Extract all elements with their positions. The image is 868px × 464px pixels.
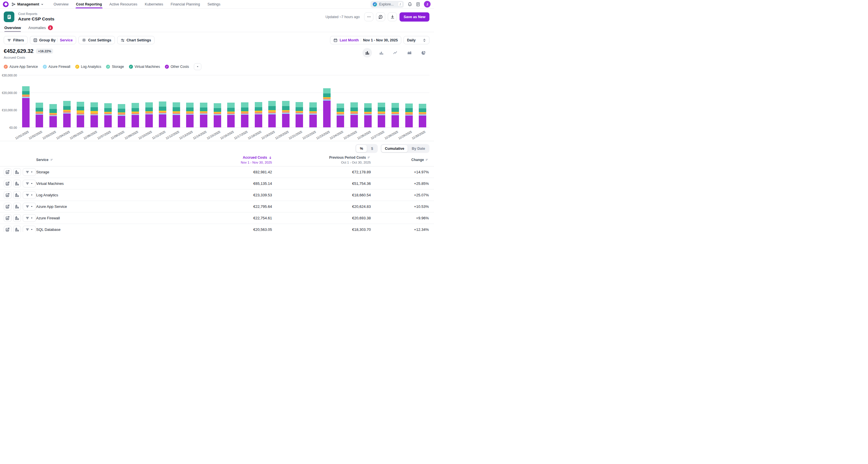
by-date-toggle-button[interactable]: By Date <box>408 145 429 152</box>
table-row[interactable]: SQL Database €20,563.05 €18,303.70 +12.3… <box>0 224 434 232</box>
chart-bar[interactable] <box>104 103 112 127</box>
chart-bar[interactable] <box>364 103 372 127</box>
row-filter-dropdown-button[interactable] <box>23 226 36 232</box>
bar-segment[interactable] <box>118 116 125 127</box>
app-logo[interactable] <box>3 1 9 7</box>
table-row[interactable]: Azure Firewall €22,754.61 €20,693.38 +9.… <box>0 212 434 224</box>
row-filter-dropdown-button[interactable] <box>23 168 36 176</box>
explore-search[interactable]: Explore... / <box>371 1 404 8</box>
chart-bar[interactable] <box>77 102 84 127</box>
nav-link-active-resources[interactable]: Active Resources <box>110 0 137 8</box>
bar-segment[interactable] <box>405 104 413 108</box>
bar-segment[interactable] <box>50 109 57 113</box>
bar-segment[interactable] <box>241 108 248 111</box>
legend-item-azure-app-service[interactable]: Azure App Service <box>4 65 38 69</box>
bar-segment[interactable] <box>227 103 235 108</box>
chart-bar[interactable] <box>241 103 248 127</box>
table-row[interactable]: Virtual Machines €65,135.14 €51,754.36 +… <box>0 178 434 190</box>
bar-segment[interactable] <box>268 114 276 128</box>
save-as-new-button[interactable]: Save as New <box>400 12 429 22</box>
row-filter-dropdown-button[interactable] <box>23 191 36 199</box>
bar-segment[interactable] <box>364 108 372 112</box>
legend-item-other-costs[interactable]: Other Costs <box>165 65 189 69</box>
currency-toggle-button[interactable]: $ <box>367 145 377 152</box>
bar-segment[interactable] <box>63 106 71 110</box>
column-header-service[interactable]: Service <box>36 155 174 162</box>
chart-bar[interactable] <box>91 103 98 127</box>
column-header-previous[interactable]: Previous Period Costs Oct 1 - Oct 30, 20… <box>272 155 371 164</box>
chart-bar[interactable] <box>159 102 166 127</box>
bar-segment[interactable] <box>227 108 235 112</box>
add-to-chart-button[interactable] <box>4 180 11 187</box>
bar-segment[interactable] <box>104 108 112 112</box>
line-chart-icon[interactable] <box>391 48 400 58</box>
bar-segment[interactable] <box>118 104 125 109</box>
bar-segment[interactable] <box>22 98 30 127</box>
add-to-chart-button[interactable] <box>4 191 11 199</box>
nav-link-settings[interactable]: Settings <box>207 0 220 8</box>
bar-segment[interactable] <box>36 103 43 108</box>
bar-segment[interactable] <box>104 115 112 127</box>
row-filter-dropdown-button[interactable] <box>23 214 36 222</box>
bar-segment[interactable] <box>91 111 98 113</box>
tab-overview[interactable]: Overview <box>4 24 21 32</box>
nav-link-financial-planning[interactable]: Financial Planning <box>170 0 200 8</box>
bar-segment[interactable] <box>282 106 289 110</box>
anomalies-button[interactable] <box>13 203 21 210</box>
bar-segment[interactable] <box>63 101 71 106</box>
bar-segment[interactable] <box>227 115 235 127</box>
chart-bar[interactable] <box>118 104 125 127</box>
bar-segment[interactable] <box>350 108 358 112</box>
bar-segment[interactable] <box>350 103 358 107</box>
bar-segment[interactable] <box>200 108 207 111</box>
anomalies-button[interactable] <box>13 180 21 187</box>
bar-segment[interactable] <box>419 116 426 127</box>
column-header-change[interactable]: Change <box>371 155 434 162</box>
bar-segment[interactable] <box>350 115 358 127</box>
filters-button[interactable]: Filters <box>4 36 28 44</box>
bar-segment[interactable] <box>91 103 98 107</box>
bar-segment[interactable] <box>118 109 125 112</box>
cumulative-toggle-button[interactable]: Cumulative <box>381 145 408 152</box>
chart-bar[interactable] <box>63 101 71 127</box>
bar-segment[interactable] <box>255 107 262 111</box>
bar-segment[interactable] <box>364 115 372 127</box>
cost-settings-button[interactable]: Cost Settings <box>79 36 115 44</box>
add-to-chart-button[interactable] <box>4 226 11 232</box>
bar-segment[interactable] <box>392 103 399 108</box>
bar-segment[interactable] <box>22 95 30 97</box>
more-actions-button[interactable] <box>364 12 373 21</box>
docs-icon[interactable] <box>416 2 420 7</box>
bar-segment[interactable] <box>22 86 30 91</box>
bar-segment[interactable] <box>282 101 289 106</box>
bar-segment[interactable] <box>50 104 57 109</box>
bar-segment[interactable] <box>173 107 180 111</box>
table-row[interactable]: Storage €82,981.42 €72,178.89 +14.97% <box>0 167 434 178</box>
row-filter-dropdown-button[interactable] <box>23 203 36 210</box>
bar-segment[interactable] <box>323 88 331 93</box>
bar-segment[interactable] <box>241 103 248 108</box>
bar-segment[interactable] <box>268 106 276 110</box>
chart-bar[interactable] <box>50 104 57 127</box>
bar-segment[interactable] <box>214 115 221 127</box>
chart-bar[interactable] <box>227 103 235 127</box>
bar-segment[interactable] <box>296 102 303 107</box>
chart-bar[interactable] <box>173 103 180 127</box>
bar-segment[interactable] <box>419 104 426 108</box>
bar-segment[interactable] <box>378 115 385 127</box>
chart-bar[interactable] <box>255 102 262 127</box>
legend-item-virtual-machines[interactable]: Virtual Machines <box>129 65 160 69</box>
row-filter-dropdown-button[interactable] <box>23 180 36 187</box>
bar-segment[interactable] <box>36 108 43 112</box>
granularity-select[interactable]: Daily <box>404 36 429 44</box>
table-row[interactable]: Azure App Service €22,795.64 €20,624.83 … <box>0 201 434 212</box>
bar-segment[interactable] <box>145 114 153 127</box>
chart-bar[interactable] <box>22 86 30 127</box>
chart-bar[interactable] <box>392 103 399 127</box>
chart-bar[interactable] <box>36 103 43 127</box>
bar-segment[interactable] <box>337 104 344 108</box>
bar-segment[interactable] <box>214 103 221 108</box>
bar-segment[interactable] <box>77 115 84 127</box>
legend-more-button[interactable] <box>194 63 202 70</box>
user-avatar[interactable]: J <box>424 1 431 7</box>
